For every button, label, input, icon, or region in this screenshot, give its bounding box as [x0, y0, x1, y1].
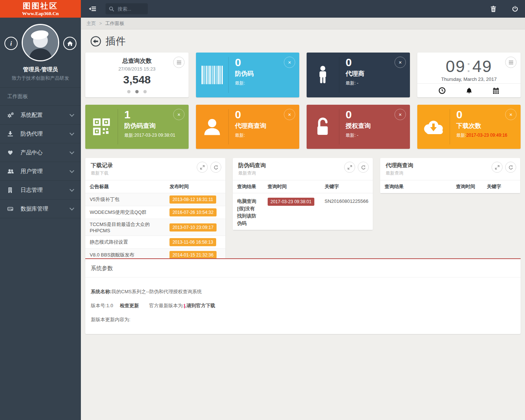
sidebar-item-user-management[interactable]: 用户管理: [0, 162, 81, 181]
download-title: 静态模式路径设置: [85, 236, 165, 249]
person-icon: [307, 57, 339, 93]
table-row: 电脑查询[假]没有找到该防伪码 2017-03-23 09:38:01 SN20…: [233, 193, 373, 230]
column-header: 关键字: [320, 180, 373, 193]
column-header: 查询时间: [263, 180, 320, 193]
trash-button[interactable]: [490, 5, 497, 13]
breadcrumb-home[interactable]: 主页: [86, 20, 96, 27]
table-row: 静态模式路径设置 2013-11-06 16:58:13: [85, 236, 225, 249]
alarm-tab-button[interactable]: [465, 87, 473, 95]
refresh-button[interactable]: [210, 162, 221, 173]
sidebar-toggle-button[interactable]: [88, 5, 98, 13]
refresh-button[interactable]: [358, 162, 369, 173]
calendar-icon: [493, 87, 499, 94]
carousel-dot[interactable]: [143, 90, 147, 93]
cloud-download-icon: [417, 109, 450, 144]
breadcrumb-current: 工作面板: [105, 20, 124, 27]
anticode-query-table: 查询结果 查询时间 关键字 电脑查询[假]没有找到该防伪码 2017-03-23…: [233, 180, 373, 230]
stat-label: 下载次数: [456, 122, 521, 130]
anticode-query-panel: 防伪码查询 最新查询 查询结果 查询时间 关键字 电脑查询[: [233, 158, 373, 230]
chevron-down-icon: [69, 206, 74, 211]
page-title: 插件: [106, 35, 126, 48]
column-header: 关键字: [482, 180, 520, 193]
refresh-icon: [214, 165, 218, 170]
system-name-value: 我的CMS系列之--防伪和代理授权查询系统: [111, 289, 202, 294]
menu-icon: [509, 61, 513, 64]
downloads-table: 公告标题 发布时间 V5升级补丁包 2013-08-12 16:31:11 WO…: [85, 180, 225, 262]
latest-download-date: 2017-03-23 09:49:16: [466, 133, 507, 138]
agent-query-table: 查询结果 查询时间 关键字: [380, 180, 520, 193]
table-row: V5升级补丁包 2013-08-12 16:31:11: [85, 193, 225, 206]
agent-query-stat-card: 0 代理商查询 最新: ×: [196, 105, 299, 149]
expand-button[interactable]: [492, 162, 503, 173]
sidebar-menu: 系统配置 防伪代理 产品中心 用户管理: [0, 106, 81, 218]
card-close-button[interactable]: ×: [394, 57, 406, 68]
card-menu-button[interactable]: [505, 57, 517, 68]
sidebar-item-database-management[interactable]: 数据库管理: [0, 200, 81, 218]
stat-latest: 最新: -: [346, 132, 410, 139]
panels-row: 下载记录 最新下载 公告标题 发布时间 V5升级补丁包 20: [85, 158, 521, 262]
system-params-panel: 系统参数 系统名称:我的CMS系列之--防伪和代理授权查询系统 版本号:1.0检…: [85, 258, 521, 334]
official-download-link[interactable]: ,请到官方下载: [185, 303, 215, 308]
refresh-button[interactable]: [505, 162, 516, 173]
refresh-icon: [508, 165, 513, 170]
sidebar-item-label: 系统配置: [21, 112, 43, 119]
logout-button[interactable]: [511, 5, 519, 12]
card-close-button[interactable]: ×: [284, 57, 295, 68]
download-title: TCCMS是目前最适合大众的PHPCMS: [85, 219, 165, 236]
clock-tab-button[interactable]: [438, 86, 446, 95]
time-badge: 2013-07-10 23:09:17: [169, 223, 216, 231]
sidebar-item-system-config[interactable]: 系统配置: [0, 106, 81, 125]
card-close-button[interactable]: ×: [284, 109, 295, 120]
chevron-down-icon: [69, 131, 74, 136]
agent-query-panel: 代理商查询 最新查询 查询结果 查询时间 关键字: [380, 158, 520, 193]
column-header: 查询结果: [380, 180, 451, 193]
system-name-line: 系统名称:我的CMS系列之--防伪和代理授权查询系统: [91, 288, 515, 295]
column-header: 发布时间: [165, 180, 225, 193]
sidebar-item-product-center[interactable]: 产品中心: [0, 143, 81, 162]
trash-icon: [491, 6, 496, 12]
download-icon: [7, 131, 15, 137]
calendar-tab-button[interactable]: [492, 87, 500, 95]
home-icon: [67, 41, 73, 46]
breadcrumb: 主页 > 工作面板: [81, 18, 525, 29]
changelog-line: 新版本更新内容为:: [91, 316, 515, 323]
card-menu-button[interactable]: [173, 57, 185, 68]
stat-cards-row-2: 1 防伪码查询 最新:2017-03-23 09:38:01 × 0 代理商查询…: [85, 105, 521, 149]
qrcode-icon: [85, 109, 118, 144]
check-update-link[interactable]: 检查更新: [120, 303, 139, 308]
stat-label: 代理商: [346, 69, 410, 78]
total-queries-card: 总查询次数 27/08/2015 15:23 3,548: [85, 53, 189, 97]
user-profile: i 管理员-管理员 致力于技术创新和产品研发: [0, 18, 81, 88]
unlock-icon: [307, 109, 339, 144]
sidebar-item-anti-fake-agent[interactable]: 防伪代理: [0, 125, 81, 143]
close-icon: ×: [399, 60, 401, 65]
expand-button[interactable]: [344, 162, 355, 173]
latest-version-label: 官方最新版本为:: [149, 303, 184, 308]
time-badge: 2013-08-12 16:31:11: [169, 195, 216, 204]
expand-icon: [200, 165, 205, 170]
sidebar-item-label: 产品中心: [21, 149, 43, 156]
building-icon: [7, 187, 15, 193]
card-close-button[interactable]: ×: [173, 109, 185, 120]
brand-logo[interactable]: 图图社区 Www.Eap360.Cn: [0, 0, 81, 18]
sidebar-item-log-management[interactable]: 日志管理: [0, 181, 81, 200]
clock-date: Thursday, March 23, 2017: [417, 76, 521, 82]
topbar-actions: [490, 5, 519, 13]
total-queries-value: 3,548: [85, 73, 189, 86]
search-input[interactable]: [117, 6, 141, 12]
home-button[interactable]: [63, 37, 76, 50]
sidebar-toggle-icon: [89, 6, 96, 11]
card-close-button[interactable]: ×: [505, 109, 517, 120]
card-close-button[interactable]: ×: [394, 109, 406, 120]
carousel-dot-active[interactable]: [135, 90, 139, 93]
info-button[interactable]: i: [4, 37, 18, 50]
sidebar-section-label: 工作面板: [0, 88, 81, 106]
expand-icon: [347, 165, 352, 170]
stat-label: 授权查询: [346, 122, 410, 130]
gears-icon: [7, 112, 15, 118]
carousel-dot[interactable]: [127, 90, 131, 93]
sidebar-item-label: 用户管理: [21, 168, 43, 175]
expand-button[interactable]: [197, 162, 208, 173]
back-icon[interactable]: [90, 36, 101, 47]
chevron-down-icon: [69, 168, 74, 173]
